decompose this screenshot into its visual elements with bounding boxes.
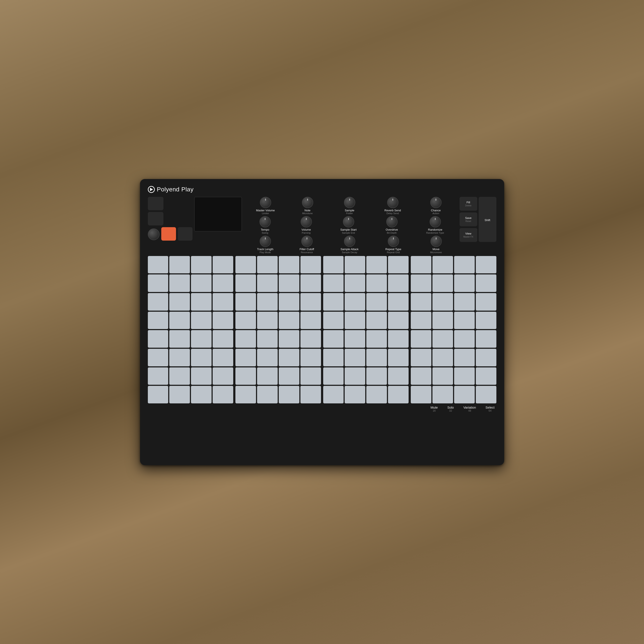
pad-3-3[interactable] (191, 293, 212, 311)
pad-6-2[interactable] (169, 349, 190, 366)
knob-randomize[interactable] (430, 216, 441, 227)
knob-sample-start[interactable] (343, 216, 354, 227)
knob-note[interactable] (302, 197, 313, 208)
pad-1-2[interactable] (169, 256, 190, 274)
pad-g3-8-2[interactable] (345, 386, 365, 403)
pad-g3-1-1[interactable] (323, 256, 344, 274)
fill-button[interactable]: Fill Delete (460, 197, 477, 211)
pad-g2-2-1[interactable] (235, 274, 256, 292)
pad-g4-1-4[interactable] (476, 256, 496, 274)
pad-2-4[interactable] (213, 274, 233, 292)
pad-5-4[interactable] (213, 330, 233, 348)
pad-g2-8-2[interactable] (257, 386, 278, 403)
pad-g4-6-4[interactable] (476, 349, 496, 366)
pad-2-3[interactable] (191, 274, 212, 292)
pad-g4-5-2[interactable] (432, 330, 453, 348)
pad-g4-7-1[interactable] (411, 367, 431, 385)
pad-g4-3-3[interactable] (454, 293, 475, 311)
pad-g2-7-3[interactable] (279, 367, 299, 385)
pad-4-1[interactable] (148, 312, 168, 329)
pad-g4-8-4[interactable] (476, 386, 496, 403)
pad-g3-7-4[interactable] (388, 367, 409, 385)
pad-g4-6-2[interactable] (432, 349, 453, 366)
pad-g4-8-1[interactable] (411, 386, 431, 403)
pad-8-2[interactable] (169, 386, 190, 403)
pad-7-4[interactable] (213, 367, 233, 385)
pad-g2-5-4[interactable] (300, 330, 321, 348)
pad-g2-1-2[interactable] (257, 256, 278, 274)
pad-g4-7-2[interactable] (432, 367, 453, 385)
pad-g2-6-2[interactable] (257, 349, 278, 366)
pad-g4-5-3[interactable] (454, 330, 475, 348)
pad-g2-6-3[interactable] (279, 349, 299, 366)
pad-g4-2-2[interactable] (432, 274, 453, 292)
knob-overdrive[interactable] (386, 216, 398, 227)
pad-g2-6-4[interactable] (300, 349, 321, 366)
pad-g4-6-3[interactable] (454, 349, 475, 366)
pad-g2-4-2[interactable] (257, 312, 278, 329)
pad-g3-3-2[interactable] (345, 293, 365, 311)
pad-g3-4-2[interactable] (345, 312, 365, 329)
pad-g2-5-2[interactable] (257, 330, 278, 348)
pad-g3-5-1[interactable] (323, 330, 344, 348)
pad-g3-3-4[interactable] (388, 293, 409, 311)
pad-g4-1-2[interactable] (432, 256, 453, 274)
view-button[interactable]: View Master FX (460, 228, 477, 242)
pad-g4-2-1[interactable] (411, 274, 431, 292)
pad-1-3[interactable] (191, 256, 212, 274)
pad-g2-6-1[interactable] (235, 349, 256, 366)
pad-4-3[interactable] (191, 312, 212, 329)
pad-g4-7-3[interactable] (454, 367, 475, 385)
pad-g3-4-4[interactable] (388, 312, 409, 329)
pad-g3-1-2[interactable] (345, 256, 365, 274)
pad-g3-7-2[interactable] (345, 367, 365, 385)
knob-repeat-type[interactable] (388, 236, 399, 247)
pad-g2-2-2[interactable] (257, 274, 278, 292)
pad-2-1[interactable] (148, 274, 168, 292)
pad-g3-6-3[interactable] (366, 349, 387, 366)
pad-g2-3-3[interactable] (279, 293, 299, 311)
pad-7-2[interactable] (169, 367, 190, 385)
pad-g2-1-1[interactable] (235, 256, 256, 274)
pad-g3-4-3[interactable] (366, 312, 387, 329)
save-button[interactable]: Save Reset (460, 212, 477, 226)
pad-g3-8-4[interactable] (388, 386, 409, 403)
pad-3-1[interactable] (148, 293, 168, 311)
pad-g4-4-4[interactable] (476, 312, 496, 329)
pad-g2-8-1[interactable] (235, 386, 256, 403)
pad-7-3[interactable] (191, 367, 212, 385)
pad-g4-3-2[interactable] (432, 293, 453, 311)
pad-2-2[interactable] (169, 274, 190, 292)
pad-g2-7-2[interactable] (257, 367, 278, 385)
side-button-1[interactable] (148, 197, 163, 210)
pad-g3-2-1[interactable] (323, 274, 344, 292)
pad-g2-4-3[interactable] (279, 312, 299, 329)
pad-6-1[interactable] (148, 349, 168, 366)
pad-g4-8-3[interactable] (454, 386, 475, 403)
knob-sample[interactable] (344, 197, 355, 208)
knob-volume[interactable] (301, 216, 312, 227)
pad-4-4[interactable] (213, 312, 233, 329)
pad-8-4[interactable] (213, 386, 233, 403)
pad-g2-3-4[interactable] (300, 293, 321, 311)
pad-g3-5-4[interactable] (388, 330, 409, 348)
pad-g2-5-3[interactable] (279, 330, 299, 348)
pad-5-2[interactable] (169, 330, 190, 348)
pad-5-3[interactable] (191, 330, 212, 348)
pad-g4-1-3[interactable] (454, 256, 475, 274)
pad-g4-2-4[interactable] (476, 274, 496, 292)
knob-track-length[interactable] (260, 236, 271, 247)
pad-g3-6-2[interactable] (345, 349, 365, 366)
pad-g4-2-3[interactable] (454, 274, 475, 292)
pad-g3-7-1[interactable] (323, 367, 344, 385)
pad-3-4[interactable] (213, 293, 233, 311)
pad-g3-2-3[interactable] (366, 274, 387, 292)
pad-4-2[interactable] (169, 312, 190, 329)
pad-g2-2-3[interactable] (279, 274, 299, 292)
pad-g4-1-1[interactable] (411, 256, 431, 274)
pad-g3-1-4[interactable] (388, 256, 409, 274)
side-button-2[interactable] (148, 212, 163, 225)
pad-1-1[interactable] (148, 256, 168, 274)
knob-master-volume[interactable] (260, 197, 271, 208)
pad-g2-7-4[interactable] (300, 367, 321, 385)
